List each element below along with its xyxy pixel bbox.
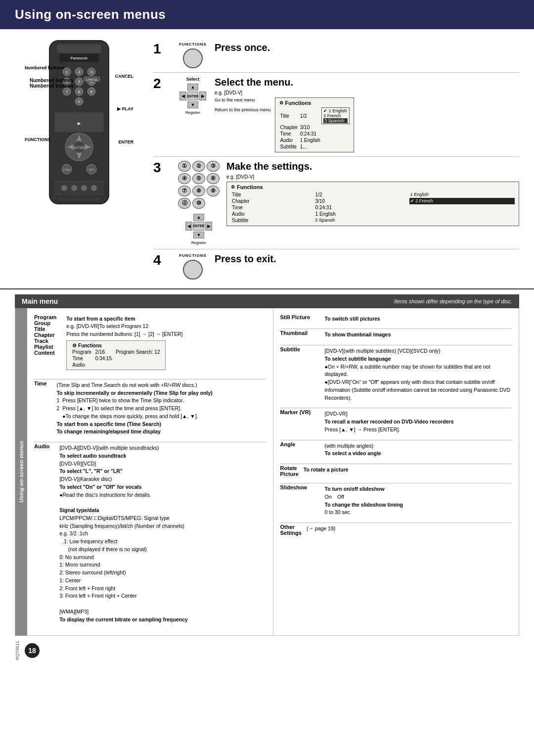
menu-row-time: Time0:24:31 [279,131,350,137]
step-4-icon: FUNCTIONS [178,253,208,280]
step-3-up-arrow: ▲ [193,214,204,221]
audio-main-label: Audio [34,443,49,449]
menu-item-time: Time (Time Slip and Time Search do not w… [34,380,266,436]
step-3-lr-arrows: ◀ ENTER ▶ [185,222,212,231]
still-picture-desc: To switch still pictures [325,315,380,323]
page-title: Using on-screen menus [15,7,519,22]
step-2-left-arrow: ◀ [179,92,186,100]
remote-area: Numbered buttons Numbered buttons Number… [15,38,143,284]
program-desc-area: To start from a specific item e.g. [DVD-… [66,314,182,373]
step-2-icon: Select ▲ ◀ ENTER ▶ ▼ Register [178,77,208,115]
menu-item-marker-vr: Marker (VR) [DVD-VR] To recall a marker … [280,409,512,433]
picture-label: Picture [280,471,299,477]
program-labels-list: Program Group Title Chapter Track Playli… [34,314,56,356]
page-header: Using on-screen menus [0,0,534,29]
menu-item-still-picture: Still Picture To switch still pictures [280,314,512,323]
enter-label: ENTER [118,140,134,144]
menu3-row-audio: Audio1 English [231,211,515,217]
angle-row: Angle (with multiple angles) To select a… [280,441,512,458]
svg-text:CANCEL: CANCEL [86,78,98,81]
thumbnail-label: Thumbnail [280,330,320,336]
menu-item-slideshow: Slideshow To turn on/off slideshow On Of… [280,484,512,517]
angle-label: Angle [280,441,320,447]
steps-area: 1 FUNCTIONS Press once. 2 Select ▲ [153,38,519,284]
menu-row-audio: Audio1 English [279,137,350,143]
menu-item-program: Program Group Title Chapter Track Playli… [34,314,266,373]
menu-right-col: Still Picture To switch still pictures T… [273,308,519,636]
subtitle-row: Subtitle [DVD-V](with multiple subtitles… [280,346,512,402]
content-label: Content [34,350,56,356]
svg-text:Panasonic: Panasonic [70,56,88,60]
step-3-number: 3 [153,161,171,175]
num-btn-4: ④ [178,173,191,184]
go-to-next-menu: Go to the next menu [215,97,271,102]
step-2-nav-graphic: ▲ ◀ ENTER ▶ ▼ [179,84,206,108]
num-btn-1: ① [178,161,191,172]
menu-left-col: Program Group Title Chapter Track Playli… [27,308,273,636]
marker-vr-label: Marker (VR) [280,409,320,415]
step-4-circle [183,260,203,280]
main-menu-note: Items shown differ depending on the type… [394,298,512,304]
svg-text:9: 9 [90,90,93,94]
side-label: Using on-screen menus [15,308,27,636]
step-2-down-arrow: ▼ [187,101,198,108]
svg-point-41 [71,185,77,191]
menu-item-rotate-picture: Rotate Picture To rotate a picture [280,465,512,477]
main-menu-title: Main menu [22,297,58,305]
step-3-left-arrow: ◀ [185,222,192,231]
menu-row-subtitle: Subtitle1... [279,143,350,150]
thumbnail-desc: To show thumbnail images [325,331,391,339]
step-2-title: Select the menu. [215,77,519,88]
step-2-register-label: Register [185,110,200,115]
menu-columns: Program Group Title Chapter Track Playli… [27,308,519,636]
main-menu-body: Using on-screen menus Program Group Titl… [15,308,519,636]
svg-text:FUNC: FUNC [63,168,70,171]
step-3-menu-title: ⚙ Functions [231,184,515,190]
step-2-menu-area: Go to the next menu Return to the previo… [215,97,519,152]
svg-text:RET: RET [89,168,94,171]
num-btn-2: ② [192,161,205,172]
menu-item-audio: Audio [DVD-A][DVD-V](with multiple sound… [34,443,266,623]
rotate-picture-row: Rotate Picture To rotate a picture [280,465,512,477]
step-2-select-label: Select [186,77,200,82]
functions-label: FUNCTIONS [25,137,51,142]
chapter-label: Chapter [34,332,56,338]
page-number: 18 [25,643,40,658]
step-3-right-arrow: ▶ [205,222,212,231]
step-1-row: 1 FUNCTIONS Press once. [153,38,519,73]
step-2-menu-title: ⚙ Functions [279,100,350,106]
numbered-buttons-label: Numbered buttons [25,65,64,71]
svg-rect-1 [57,44,101,53]
step-3-num-grid: ① ② ③ ④ ⑤ ⑥ ⑦ ⑧ ⑨ ⓪ ⑩ [178,161,220,209]
step-3-eg: e.g. [DVD-V] [226,174,519,180]
menu-item-thumbnail: Thumbnail To show thumbnail images [280,330,512,339]
svg-text:1: 1 [66,70,68,74]
svg-text:5: 5 [78,80,81,84]
rotate-picture-labels: Rotate Picture [280,465,299,477]
step-3-dvdv-menu: ⚙ Functions Title1/2 1 English Chapter3/… [226,182,519,226]
step-3-register-label: Register [191,240,206,245]
step-3-icon: ① ② ③ ④ ⑤ ⑥ ⑦ ⑧ ⑨ ⓪ ⑩ ▲ [178,161,220,245]
top-section: Numbered buttons Numbered buttons Number… [0,29,534,289]
subtitle-desc: [DVD-V](with multiple subtitles) [VCD](S… [325,347,512,402]
menu3-row-time: Time0:24:31 [231,204,515,211]
step-2-enter-btn: ENTER [187,92,198,100]
slideshow-desc: To turn on/off slideshow On Off To chang… [325,485,403,517]
step-1-title: Press once. [215,42,519,53]
step-2-number: 2 [153,77,171,91]
slideshow-row: Slideshow To turn on/off slideshow On Of… [280,484,512,517]
cancel-label: CANCEL [115,74,134,79]
still-picture-row: Still Picture To switch still pictures [280,314,512,323]
num-btn-9: ⑨ [207,186,220,196]
time-main-label: Time [34,380,46,386]
menu-row-title: Title1/2 ✔ 1 English 2 French 3 Spanish [279,108,350,124]
menu-item-angle: Angle (with multiple angles) To select a… [280,441,512,458]
step-4-number: 4 [153,253,171,267]
menu3-row-chapter: Chapter3/10 ✔ 2 French [231,198,515,204]
menu3-row-title: Title1/2 1 English [231,191,515,198]
rqt-label: RQT8611 [15,641,20,660]
remote-svg: Panasonic 1 2 3 4 5 6 [40,38,119,206]
step-2-content: Select the menu. e.g. [DVD-V] Go to the … [215,77,519,152]
num-btn-8: ⑧ [192,186,205,196]
step-1-number: 1 [153,42,171,56]
